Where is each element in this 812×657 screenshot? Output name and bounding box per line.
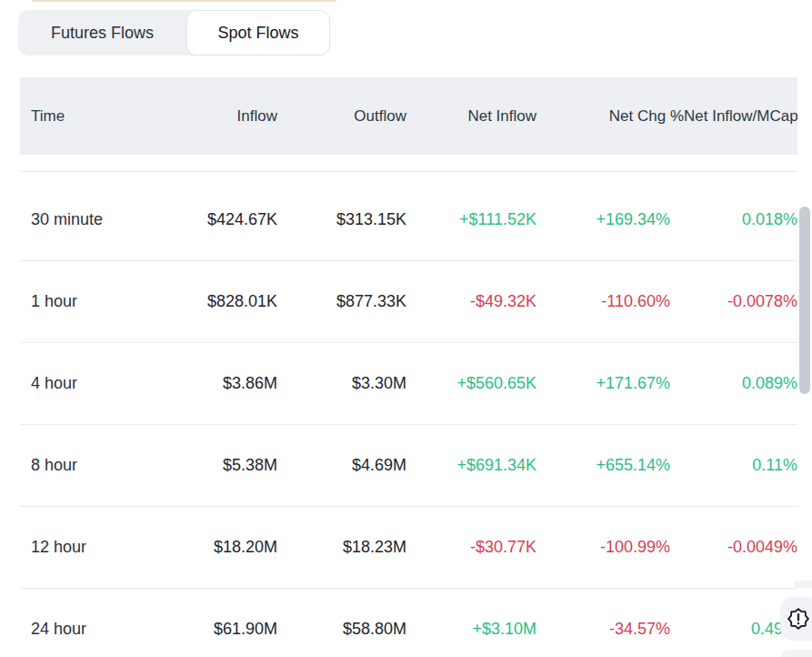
inflow-cell: $424.67K: [150, 210, 277, 229]
tab-futures-flows[interactable]: Futures Flows: [18, 10, 186, 56]
net-chg-cell: +655.14%: [536, 456, 670, 475]
outflow-cell: $58.80M: [277, 620, 406, 639]
outflow-cell: $18.23M: [277, 538, 406, 557]
time-cell: 24 hour: [31, 620, 150, 639]
table-body: 30 minute $424.67K $313.15K +$111.52K +1…: [20, 179, 797, 657]
column-header-net-inflow-mcap: Net Inflow/MCap: [684, 107, 797, 126]
floating-button-partial-bottom[interactable]: [780, 650, 812, 657]
net-inflow-cell: -$30.77K: [406, 538, 536, 557]
net-inflow-cell: +$3.10M: [406, 620, 536, 639]
time-cell: 30 minute: [31, 210, 150, 229]
table-row-24-hour: 24 hour $61.90M $58.80M +$3.10M -34.57% …: [20, 589, 797, 657]
flows-tab-group: Futures Flows Spot Flows: [18, 10, 330, 56]
inflow-cell: $828.01K: [150, 292, 277, 311]
outflow-cell: $877.33K: [277, 292, 406, 311]
table-row-8-hour: 8 hour $5.38M $4.69M +$691.34K +655.14% …: [20, 425, 797, 507]
net-chg-cell: +171.67%: [536, 374, 670, 393]
net-chg-cell: -100.99%: [536, 538, 670, 557]
tab-spot-flows[interactable]: Spot Flows: [186, 10, 330, 56]
net-inflow-cell: +$691.34K: [406, 456, 536, 475]
net-inflow-cell: +$111.52K: [406, 210, 536, 229]
top-accent-line: [32, 0, 336, 2]
inflow-cell: $3.86M: [150, 374, 277, 393]
table-row-1-hour: 1 hour $828.01K $877.33K -$49.32K -110.6…: [20, 261, 797, 343]
alert-badge-icon: [787, 607, 810, 631]
net-chg-cell: -34.57%: [536, 620, 670, 639]
column-header-net-inflow: Net Inflow: [406, 107, 536, 126]
time-cell: 1 hour: [31, 292, 150, 311]
floating-button-partial-top[interactable]: [794, 581, 812, 588]
net-inflow-mcap-cell: 0.11%: [670, 456, 797, 475]
outflow-cell: $4.69M: [277, 456, 406, 475]
net-inflow-mcap-cell: 0.018%: [670, 210, 797, 229]
spot-flows-panel: Futures Flows Spot Flows Time Inflow Out…: [0, 0, 812, 657]
column-header-outflow: Outflow: [277, 107, 406, 126]
column-header-time: Time: [31, 107, 150, 126]
net-chg-cell: -110.60%: [536, 292, 670, 311]
time-cell: 4 hour: [31, 374, 150, 393]
table-header: Time Inflow Outflow Net Inflow Net Chg %…: [20, 77, 797, 155]
column-header-inflow: Inflow: [150, 107, 277, 126]
feedback-button[interactable]: [780, 597, 812, 641]
inflow-cell: $18.20M: [150, 538, 277, 557]
net-inflow-mcap-cell: 0.49%: [670, 620, 797, 639]
outflow-cell: $313.15K: [277, 210, 406, 229]
time-cell: 8 hour: [31, 456, 150, 475]
table-row-30-minute: 30 minute $424.67K $313.15K +$111.52K +1…: [20, 179, 797, 261]
table-row-12-hour: 12 hour $18.20M $18.23M -$30.77K -100.99…: [20, 507, 797, 589]
net-inflow-mcap-cell: 0.089%: [670, 374, 797, 393]
column-header-net-chg: Net Chg %: [536, 107, 684, 126]
net-inflow-cell: -$49.32K: [406, 292, 536, 311]
vertical-scrollbar-thumb[interactable]: [799, 207, 810, 394]
time-cell: 12 hour: [31, 538, 150, 557]
table-row-4-hour: 4 hour $3.86M $3.30M +$560.65K +171.67% …: [20, 343, 797, 425]
net-inflow-mcap-cell: -0.0049%: [670, 538, 797, 557]
net-inflow-mcap-cell: -0.0078%: [670, 292, 797, 311]
inflow-cell: $61.90M: [150, 620, 277, 639]
outflow-cell: $3.30M: [277, 374, 406, 393]
header-divider: [20, 171, 797, 172]
inflow-cell: $5.38M: [150, 456, 277, 475]
net-inflow-cell: +$560.65K: [406, 374, 536, 393]
net-chg-cell: +169.34%: [536, 210, 670, 229]
